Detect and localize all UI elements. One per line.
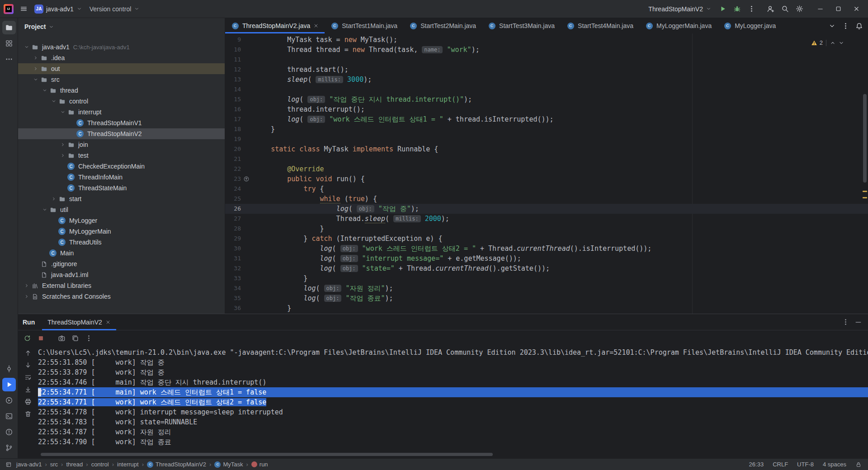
console-line-7[interactable]: 22:55:34.783 [ work] state=RUNNABLE	[38, 417, 868, 427]
run-button[interactable]	[715, 2, 730, 16]
code-line-32[interactable]: 32 log( obj: "state=" + Thread.currentTh…	[225, 263, 868, 273]
code-line-28[interactable]: 28 }	[225, 224, 868, 234]
restore-button[interactable]	[69, 332, 81, 344]
tree-item-scratches-and-consoles[interactable]: Scratches and Consoles	[18, 291, 225, 302]
close-icon[interactable]	[313, 23, 319, 28]
hide-tool-window-button[interactable]	[852, 316, 864, 328]
tree-item-myloggermain[interactable]: CMyLoggerMain	[18, 226, 225, 237]
breadcrumb-mytask[interactable]: CMyTask	[213, 461, 244, 468]
editor-tab-myloggermain-java[interactable]: CMyLoggerMain.java	[639, 18, 717, 33]
line-number[interactable]: 33	[225, 273, 255, 283]
line-number[interactable]: 10	[225, 45, 255, 55]
breadcrumb-interrupt[interactable]: interrupt	[116, 461, 140, 468]
console-line-4[interactable]: 22:55:34.771 [ main] work 스레드 인터럽트 상태1 =…	[38, 387, 868, 397]
tree-item-main[interactable]: CMain	[18, 248, 225, 258]
code-line-11[interactable]: 11	[225, 55, 868, 65]
code-line-19[interactable]: 19	[225, 134, 868, 144]
code-editor[interactable]: 9 MyTask task = new MyTask();10 Thread t…	[225, 33, 868, 314]
console-line-3[interactable]: 22:55:34.746 [ main] 작업 중단 지시 thread.int…	[38, 377, 868, 387]
more-tool-windows-tool-button[interactable]	[2, 52, 16, 66]
chevron-down-icon[interactable]	[48, 24, 54, 30]
code-line-15[interactable]: 15 log( obj: "작업 중단 지시 thread.interrupt(…	[225, 94, 868, 104]
caret-position[interactable]: 26:33	[749, 461, 764, 468]
warning-stripe-mark[interactable]	[863, 197, 867, 198]
editor-tab-starttest3main-java[interactable]: CStartTest3Main.java	[482, 18, 561, 33]
code-line-23[interactable]: 23 public void run() {	[225, 174, 868, 184]
services-tool-button[interactable]	[2, 394, 16, 407]
line-number[interactable]: 26	[225, 204, 255, 214]
chevron-down-icon[interactable]	[23, 44, 31, 50]
more-vert-button[interactable]	[839, 19, 852, 32]
camera-button[interactable]	[55, 332, 68, 344]
problems-tool-button[interactable]	[2, 425, 16, 439]
code-line-22[interactable]: 22 @Override	[225, 164, 868, 174]
editor-tab-starttest2main-java[interactable]: CStartTest2Main.java	[403, 18, 482, 33]
line-number[interactable]: 20	[225, 144, 255, 154]
settings-button[interactable]	[792, 2, 807, 16]
line-number[interactable]: 28	[225, 224, 255, 234]
code-line-12[interactable]: 12 thread.start();	[225, 65, 868, 75]
console-line-9[interactable]: 22:55:34.790 [ work] 작업 종료	[38, 437, 868, 447]
line-number[interactable]: 11	[225, 55, 255, 65]
chevron-down-icon[interactable]	[32, 77, 40, 82]
editor-tab-mylogger-java[interactable]: CMyLogger.java	[717, 18, 782, 33]
line-ending[interactable]: CRLF	[773, 461, 788, 468]
main-menu-button[interactable]	[16, 2, 31, 16]
tree-item-control[interactable]: control	[18, 96, 225, 107]
breadcrumb-control[interactable]: control	[90, 461, 110, 468]
line-number[interactable]: 21	[225, 154, 255, 164]
line-number[interactable]: 9	[225, 35, 255, 45]
vcs-widget[interactable]: Version control	[86, 2, 144, 16]
commit-tool-button[interactable]	[2, 362, 16, 376]
code-line-29[interactable]: 29 } catch (InterruptedException e) {	[225, 234, 868, 244]
code-line-30[interactable]: 30 log( obj: "work 스레드 인터럽트 상태2 = " + Th…	[225, 244, 868, 254]
line-number[interactable]: 24	[225, 184, 255, 194]
console-line-2[interactable]: 22:55:33.879 [ work] 작업 중	[38, 367, 868, 377]
next-warning-icon[interactable]	[838, 40, 844, 46]
code-line-34[interactable]: 34 log( obj: "자원 정리");	[225, 283, 868, 293]
chevron-right-icon[interactable]	[23, 294, 31, 299]
terminal-tool-button[interactable]	[2, 409, 16, 423]
line-number[interactable]: 19	[225, 134, 255, 144]
code-line-33[interactable]: 33 }	[225, 273, 868, 283]
overrides-gutter-icon[interactable]	[243, 176, 250, 182]
line-number[interactable]: 12	[225, 65, 255, 75]
code-line-27[interactable]: 27 Thread.sleep( millis: 2000);	[225, 214, 868, 224]
tree-item-start[interactable]: start	[18, 193, 225, 204]
indent-style[interactable]: 4 spaces	[823, 461, 846, 468]
chevron-down-icon[interactable]	[59, 109, 67, 115]
tree-item--idea[interactable]: .idea	[18, 52, 225, 63]
line-number[interactable]: 14	[225, 85, 255, 94]
tree-item-out[interactable]: out	[18, 63, 225, 74]
line-number[interactable]: 22	[225, 164, 255, 174]
tree-item-threadutils[interactable]: CThreadUtils	[18, 237, 225, 248]
tree-item-threadstatemain[interactable]: CThreadStateMain	[18, 183, 225, 193]
minimize-button[interactable]	[811, 2, 829, 16]
run-tool-button[interactable]	[2, 378, 16, 391]
line-number[interactable]: 34	[225, 283, 255, 293]
run-tab[interactable]: ThreadStopMainV2	[42, 314, 116, 330]
tree-item-java-adv1-iml[interactable]: java-adv1.iml	[18, 269, 225, 280]
line-number[interactable]: 35	[225, 293, 255, 303]
console-line-6[interactable]: 22:55:34.778 [ work] interrupt message=s…	[38, 407, 868, 417]
line-number[interactable]: 30	[225, 244, 255, 254]
code-line-17[interactable]: 17 log( obj: "work 스레드 인터럽트 상태1 = " + th…	[225, 114, 868, 124]
editor-tab-threadstopmainv2-java[interactable]: CThreadStopMainV2.java	[225, 18, 325, 33]
line-number[interactable]: 23	[225, 174, 255, 184]
console-horizontal-scrollbar[interactable]	[41, 453, 493, 456]
line-number[interactable]: 17	[225, 114, 255, 124]
tree-item-mylogger[interactable]: CMyLogger	[18, 215, 225, 226]
tree-item-join[interactable]: join	[18, 139, 225, 150]
code-line-26[interactable]: 26 log( obj: "작업 중");	[225, 204, 868, 214]
console-line-0[interactable]: C:\Users\Lc5\.jdks\temurin-21.0.2\bin\ja…	[38, 348, 868, 357]
tree-item-util[interactable]: util	[18, 204, 225, 215]
code-line-16[interactable]: 16 thread.interrupt();	[225, 104, 868, 114]
tree-item-threadinfomain[interactable]: CThreadInfoMain	[18, 172, 225, 183]
line-number[interactable]: 18	[225, 124, 255, 134]
rerun-button[interactable]	[21, 332, 33, 344]
tree-item-threadstopmainv1[interactable]: CThreadStopMainV1	[18, 118, 225, 128]
arrow-up-button[interactable]	[22, 348, 34, 358]
line-number[interactable]: 29	[225, 234, 255, 244]
tree-item-external-libraries[interactable]: External Libraries	[18, 280, 225, 291]
trash-button[interactable]	[22, 409, 34, 419]
